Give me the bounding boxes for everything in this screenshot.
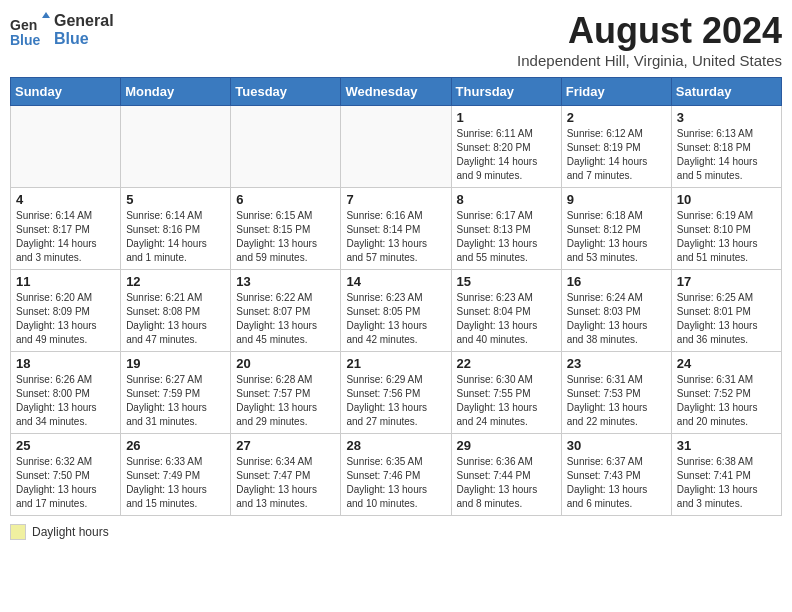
- day-info: Sunrise: 6:26 AM Sunset: 8:00 PM Dayligh…: [16, 373, 115, 429]
- calendar-week-row: 18Sunrise: 6:26 AM Sunset: 8:00 PM Dayli…: [11, 352, 782, 434]
- day-info: Sunrise: 6:12 AM Sunset: 8:19 PM Dayligh…: [567, 127, 666, 183]
- svg-marker-2: [42, 12, 50, 18]
- day-number: 29: [457, 438, 556, 453]
- calendar-header-row: Sunday Monday Tuesday Wednesday Thursday…: [11, 78, 782, 106]
- calendar-cell: 21Sunrise: 6:29 AM Sunset: 7:56 PM Dayli…: [341, 352, 451, 434]
- day-number: 20: [236, 356, 335, 371]
- calendar-cell: 15Sunrise: 6:23 AM Sunset: 8:04 PM Dayli…: [451, 270, 561, 352]
- day-number: 25: [16, 438, 115, 453]
- day-number: 9: [567, 192, 666, 207]
- calendar-week-row: 11Sunrise: 6:20 AM Sunset: 8:09 PM Dayli…: [11, 270, 782, 352]
- day-info: Sunrise: 6:15 AM Sunset: 8:15 PM Dayligh…: [236, 209, 335, 265]
- legend-color-box: [10, 524, 26, 540]
- calendar-cell: 23Sunrise: 6:31 AM Sunset: 7:53 PM Dayli…: [561, 352, 671, 434]
- day-info: Sunrise: 6:21 AM Sunset: 8:08 PM Dayligh…: [126, 291, 225, 347]
- day-number: 11: [16, 274, 115, 289]
- day-info: Sunrise: 6:14 AM Sunset: 8:17 PM Dayligh…: [16, 209, 115, 265]
- day-number: 6: [236, 192, 335, 207]
- calendar-cell: 24Sunrise: 6:31 AM Sunset: 7:52 PM Dayli…: [671, 352, 781, 434]
- day-number: 22: [457, 356, 556, 371]
- calendar-cell: 12Sunrise: 6:21 AM Sunset: 8:08 PM Dayli…: [121, 270, 231, 352]
- calendar-cell: 8Sunrise: 6:17 AM Sunset: 8:13 PM Daylig…: [451, 188, 561, 270]
- calendar-cell: 27Sunrise: 6:34 AM Sunset: 7:47 PM Dayli…: [231, 434, 341, 516]
- calendar-cell: 16Sunrise: 6:24 AM Sunset: 8:03 PM Dayli…: [561, 270, 671, 352]
- calendar-cell: [11, 106, 121, 188]
- day-info: Sunrise: 6:24 AM Sunset: 8:03 PM Dayligh…: [567, 291, 666, 347]
- calendar-cell: 10Sunrise: 6:19 AM Sunset: 8:10 PM Dayli…: [671, 188, 781, 270]
- calendar-cell: 3Sunrise: 6:13 AM Sunset: 8:18 PM Daylig…: [671, 106, 781, 188]
- calendar-cell: 28Sunrise: 6:35 AM Sunset: 7:46 PM Dayli…: [341, 434, 451, 516]
- day-number: 24: [677, 356, 776, 371]
- calendar-cell: 29Sunrise: 6:36 AM Sunset: 7:44 PM Dayli…: [451, 434, 561, 516]
- day-number: 27: [236, 438, 335, 453]
- col-monday: Monday: [121, 78, 231, 106]
- logo-icon: Gen Blue: [10, 10, 50, 50]
- day-number: 17: [677, 274, 776, 289]
- calendar-cell: 14Sunrise: 6:23 AM Sunset: 8:05 PM Dayli…: [341, 270, 451, 352]
- day-number: 26: [126, 438, 225, 453]
- day-info: Sunrise: 6:23 AM Sunset: 8:05 PM Dayligh…: [346, 291, 445, 347]
- day-number: 12: [126, 274, 225, 289]
- calendar-cell: 13Sunrise: 6:22 AM Sunset: 8:07 PM Dayli…: [231, 270, 341, 352]
- calendar-cell: 2Sunrise: 6:12 AM Sunset: 8:19 PM Daylig…: [561, 106, 671, 188]
- day-number: 7: [346, 192, 445, 207]
- page-header: Gen Blue General Blue August 2024 Indepe…: [10, 10, 782, 69]
- day-info: Sunrise: 6:37 AM Sunset: 7:43 PM Dayligh…: [567, 455, 666, 511]
- calendar-cell: 4Sunrise: 6:14 AM Sunset: 8:17 PM Daylig…: [11, 188, 121, 270]
- calendar-week-row: 1Sunrise: 6:11 AM Sunset: 8:20 PM Daylig…: [11, 106, 782, 188]
- calendar-table: Sunday Monday Tuesday Wednesday Thursday…: [10, 77, 782, 516]
- day-number: 3: [677, 110, 776, 125]
- day-info: Sunrise: 6:16 AM Sunset: 8:14 PM Dayligh…: [346, 209, 445, 265]
- calendar-cell: 30Sunrise: 6:37 AM Sunset: 7:43 PM Dayli…: [561, 434, 671, 516]
- logo-general-text: General: [54, 12, 114, 30]
- calendar-cell: 18Sunrise: 6:26 AM Sunset: 8:00 PM Dayli…: [11, 352, 121, 434]
- calendar-cell: [121, 106, 231, 188]
- month-year-title: August 2024: [517, 10, 782, 52]
- day-number: 4: [16, 192, 115, 207]
- calendar-cell: 1Sunrise: 6:11 AM Sunset: 8:20 PM Daylig…: [451, 106, 561, 188]
- day-info: Sunrise: 6:36 AM Sunset: 7:44 PM Dayligh…: [457, 455, 556, 511]
- day-number: 30: [567, 438, 666, 453]
- calendar-cell: 7Sunrise: 6:16 AM Sunset: 8:14 PM Daylig…: [341, 188, 451, 270]
- day-info: Sunrise: 6:22 AM Sunset: 8:07 PM Dayligh…: [236, 291, 335, 347]
- day-number: 2: [567, 110, 666, 125]
- col-tuesday: Tuesday: [231, 78, 341, 106]
- day-number: 19: [126, 356, 225, 371]
- col-friday: Friday: [561, 78, 671, 106]
- location-text: Independent Hill, Virginia, United State…: [517, 52, 782, 69]
- day-info: Sunrise: 6:11 AM Sunset: 8:20 PM Dayligh…: [457, 127, 556, 183]
- calendar-cell: 22Sunrise: 6:30 AM Sunset: 7:55 PM Dayli…: [451, 352, 561, 434]
- calendar-week-row: 4Sunrise: 6:14 AM Sunset: 8:17 PM Daylig…: [11, 188, 782, 270]
- col-thursday: Thursday: [451, 78, 561, 106]
- day-info: Sunrise: 6:14 AM Sunset: 8:16 PM Dayligh…: [126, 209, 225, 265]
- calendar-cell: 19Sunrise: 6:27 AM Sunset: 7:59 PM Dayli…: [121, 352, 231, 434]
- col-sunday: Sunday: [11, 78, 121, 106]
- day-number: 23: [567, 356, 666, 371]
- day-info: Sunrise: 6:13 AM Sunset: 8:18 PM Dayligh…: [677, 127, 776, 183]
- calendar-cell: 25Sunrise: 6:32 AM Sunset: 7:50 PM Dayli…: [11, 434, 121, 516]
- day-info: Sunrise: 6:35 AM Sunset: 7:46 PM Dayligh…: [346, 455, 445, 511]
- day-info: Sunrise: 6:18 AM Sunset: 8:12 PM Dayligh…: [567, 209, 666, 265]
- day-number: 5: [126, 192, 225, 207]
- day-number: 21: [346, 356, 445, 371]
- calendar-cell: 5Sunrise: 6:14 AM Sunset: 8:16 PM Daylig…: [121, 188, 231, 270]
- day-info: Sunrise: 6:28 AM Sunset: 7:57 PM Dayligh…: [236, 373, 335, 429]
- day-info: Sunrise: 6:20 AM Sunset: 8:09 PM Dayligh…: [16, 291, 115, 347]
- day-info: Sunrise: 6:19 AM Sunset: 8:10 PM Dayligh…: [677, 209, 776, 265]
- day-number: 31: [677, 438, 776, 453]
- day-info: Sunrise: 6:23 AM Sunset: 8:04 PM Dayligh…: [457, 291, 556, 347]
- day-info: Sunrise: 6:34 AM Sunset: 7:47 PM Dayligh…: [236, 455, 335, 511]
- day-info: Sunrise: 6:38 AM Sunset: 7:41 PM Dayligh…: [677, 455, 776, 511]
- logo: Gen Blue General Blue: [10, 10, 114, 50]
- calendar-cell: [231, 106, 341, 188]
- day-info: Sunrise: 6:30 AM Sunset: 7:55 PM Dayligh…: [457, 373, 556, 429]
- legend: Daylight hours: [10, 524, 782, 540]
- day-number: 28: [346, 438, 445, 453]
- calendar-cell: 6Sunrise: 6:15 AM Sunset: 8:15 PM Daylig…: [231, 188, 341, 270]
- day-info: Sunrise: 6:17 AM Sunset: 8:13 PM Dayligh…: [457, 209, 556, 265]
- day-info: Sunrise: 6:33 AM Sunset: 7:49 PM Dayligh…: [126, 455, 225, 511]
- calendar-cell: 9Sunrise: 6:18 AM Sunset: 8:12 PM Daylig…: [561, 188, 671, 270]
- legend-label: Daylight hours: [32, 525, 109, 539]
- calendar-week-row: 25Sunrise: 6:32 AM Sunset: 7:50 PM Dayli…: [11, 434, 782, 516]
- day-number: 14: [346, 274, 445, 289]
